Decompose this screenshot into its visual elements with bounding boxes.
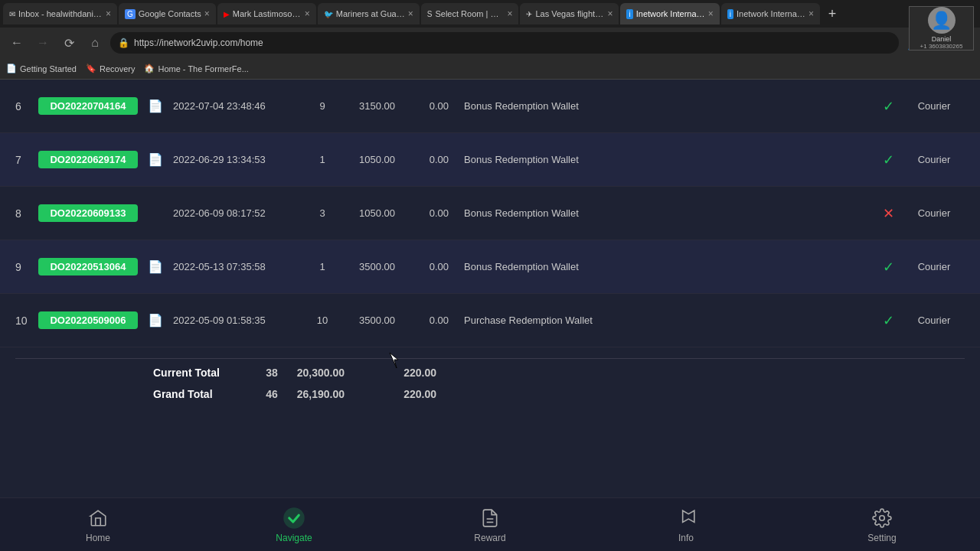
order-date: 2022-05-09 01:58:35	[173, 315, 303, 326]
grand-total-amount: 26,190.00	[291, 388, 360, 400]
nav-item-setting[interactable]: Setting	[851, 507, 913, 543]
tab-mark[interactable]: ▶ Mark Lastimoso | The... ×	[217, 3, 316, 24]
order-id-badge[interactable]: DO20220629174	[38, 151, 138, 168]
back-button[interactable]: ←	[6, 32, 28, 54]
nav-item-info[interactable]: Info	[655, 507, 717, 543]
order-date: 2022-06-09 08:17:52	[173, 207, 303, 219]
order-status: ✕	[873, 205, 903, 222]
new-tab-button[interactable]: +	[822, 3, 843, 24]
current-total-row: Current Total 38 20,300.00 220.00	[15, 362, 965, 383]
check-icon: ✓	[883, 99, 894, 114]
bookmark-getting-started[interactable]: 📄 Getting Started	[6, 64, 77, 73]
main-content: 6 DO20220704164 📄 2022-07-04 23:48:46 9 …	[0, 80, 980, 497]
avatar: 👤	[928, 7, 956, 34]
nav-reward-label: Reward	[474, 533, 505, 543]
forward-button[interactable]: →	[32, 32, 54, 54]
order-amount: 1050.00	[341, 154, 410, 165]
browser-chrome: ✉ Inbox - healwithdanie... × G Google Co…	[0, 0, 980, 80]
current-total-amount: 20,300.00	[291, 367, 360, 379]
order-date: 2022-05-13 07:35:58	[173, 261, 303, 272]
order-qty: 9	[303, 100, 341, 112]
nav-home-label: Home	[86, 533, 110, 543]
nav-item-reward[interactable]: Reward	[459, 507, 521, 543]
order-delivery: Courier	[903, 154, 965, 165]
grand-total-discount: 220.00	[360, 388, 436, 400]
navigate-nav-icon	[283, 507, 305, 530]
tab-inetwork-2[interactable]: i Inetwork International ×	[721, 3, 820, 24]
info-nav-icon	[675, 507, 697, 530]
bookmark-icon-2: 🔖	[86, 64, 96, 73]
nav-info-label: Info	[678, 533, 694, 543]
row-number: 6	[15, 100, 38, 112]
tab-select-room[interactable]: S Select Room | MGM G... ×	[421, 3, 519, 24]
order-date: 2022-06-29 13:34:53	[173, 154, 303, 165]
row-number: 7	[15, 154, 38, 166]
bookmark-home[interactable]: 🏠 Home - The FormerFe...	[144, 64, 248, 73]
tab-mariners[interactable]: 🐦 Mariners at Guardians... ×	[318, 3, 420, 24]
order-date: 2022-07-04 23:48:46	[173, 100, 303, 112]
order-status: ✓	[873, 98, 903, 115]
order-delivery: Courier	[903, 315, 965, 326]
setting-nav-icon	[871, 507, 893, 530]
user-phone: +1 3603830265	[920, 43, 963, 50]
bookmark-label-3: Home - The FormerFe...	[158, 64, 248, 73]
row-number: 10	[15, 315, 38, 327]
order-qty: 10	[303, 315, 341, 326]
nav-item-navigate[interactable]: Navigate	[263, 507, 325, 543]
home-nav-icon	[87, 507, 109, 530]
table-row: 6 DO20220704164 📄 2022-07-04 23:48:46 9 …	[0, 80, 980, 133]
current-total-label: Current Total	[153, 367, 253, 379]
order-amount: 3150.00	[341, 100, 410, 112]
current-total-discount: 220.00	[360, 367, 436, 379]
order-id-badge[interactable]: DO20220609133	[38, 204, 138, 222]
order-id-badge[interactable]: DO20220509006	[38, 311, 138, 329]
address-text: https://inetwork2uvip.com/home	[134, 37, 263, 48]
order-qty: 3	[303, 207, 341, 219]
order-discount: 0.00	[410, 100, 456, 112]
order-status: ✓	[873, 152, 903, 168]
tab-contacts[interactable]: G Google Contacts ×	[119, 3, 216, 24]
nav-bar: ← → ⟳ ⌂ 🔒 https://inetwork2uvip.com/home…	[0, 28, 980, 58]
order-discount: 0.00	[410, 315, 456, 326]
document-icon[interactable]: 📄	[144, 152, 167, 167]
svg-point-3	[880, 515, 885, 520]
order-discount: 0.00	[410, 261, 456, 272]
tab-flights[interactable]: ✈ Las Vegas flights - Em... ×	[520, 3, 619, 24]
bottom-nav: Home Navigate Reward Info Setting	[0, 497, 980, 551]
document-icon[interactable]: 📄	[144, 259, 167, 274]
order-qty: 1	[303, 154, 341, 165]
order-wallet: Bonus Redemption Wallet	[456, 154, 873, 165]
address-bar[interactable]: 🔒 https://inetwork2uvip.com/home	[110, 32, 899, 54]
tab-inetwork-1[interactable]: i Inetwork International ×	[620, 3, 719, 24]
lock-icon: 🔒	[118, 37, 129, 48]
order-id-badge[interactable]: DO20220704164	[38, 97, 138, 115]
user-name: Daniel	[932, 35, 952, 43]
current-total-qty: 38	[253, 367, 291, 379]
order-status: ✓	[873, 312, 903, 329]
table-row: 8 DO20220609133 📄 2022-06-09 08:17:52 3 …	[0, 187, 980, 240]
order-wallet: Bonus Redemption Wallet	[456, 261, 873, 272]
order-discount: 0.00	[410, 154, 456, 165]
order-amount: 3500.00	[341, 315, 410, 326]
bookmark-label-2: Recovery	[100, 64, 135, 73]
order-delivery: Courier	[903, 207, 965, 219]
reload-button[interactable]: ⟳	[58, 32, 80, 54]
bookmark-recovery[interactable]: 🔖 Recovery	[86, 64, 135, 73]
home-nav-button[interactable]: ⌂	[84, 32, 106, 54]
order-id-badge[interactable]: DO20220513064	[38, 258, 138, 276]
row-number: 8	[15, 207, 38, 220]
grand-total-qty: 46	[253, 388, 291, 400]
nav-item-home[interactable]: Home	[67, 507, 129, 543]
document-icon[interactable]: 📄	[144, 313, 167, 328]
orders-table: 6 DO20220704164 📄 2022-07-04 23:48:46 9 …	[0, 80, 980, 347]
totals-section: Current Total 38 20,300.00 220.00 Grand …	[0, 347, 980, 412]
tab-inbox[interactable]: ✉ Inbox - healwithdanie... ×	[3, 3, 117, 24]
order-discount: 0.00	[410, 207, 456, 219]
tabs-bar: ✉ Inbox - healwithdanie... × G Google Co…	[0, 0, 980, 28]
check-icon: ✓	[883, 313, 894, 328]
check-icon: ✓	[883, 259, 894, 275]
divider	[15, 358, 965, 359]
document-icon[interactable]: 📄	[144, 99, 167, 113]
bookmark-icon-3: 🏠	[144, 64, 155, 73]
x-icon: ✕	[883, 206, 894, 221]
